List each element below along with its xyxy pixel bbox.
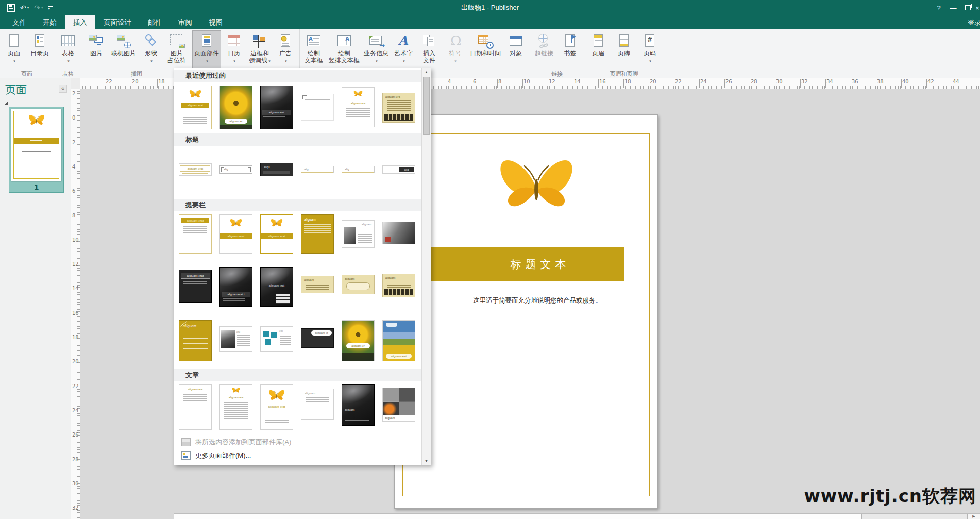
scroll-down-arrow[interactable]: ▼ [422,457,431,465]
gallery-thumbnail[interactable]: aliguam [301,389,334,420]
gallery-thumbnail[interactable]: aliguam erat [260,267,293,307]
ruler-number: 22 [106,79,112,85]
dropdown-arrow-icon: ▾ [285,59,287,63]
gallery-thumbnail[interactable]: esi [219,326,252,352]
gallery-thumbnail[interactable]: aliguam [342,384,375,426]
shapes-icon [142,32,160,49]
gallery-thumbnail[interactable]: aliguam er [219,86,252,129]
catalog-pages-button[interactable]: 目录页 [27,30,53,70]
gallery-thumbnail[interactable]: alig [342,166,375,173]
gallery-thumbnail[interactable]: alig [301,166,334,173]
horizontal-scrollbar-thumb[interactable] [174,514,862,519]
gallery-thumbnail[interactable]: aliguam erat t [219,267,252,307]
advertisements-button[interactable]: 广告▾ [273,30,298,70]
gallery-thumbnail[interactable]: aliguam erat [179,270,212,303]
gallery-thumbnail[interactable]: aliguam er [342,320,375,361]
gallery-section-header: 最近使用过的 [174,70,431,82]
gallery-thumbnail[interactable]: aliqu [260,163,293,176]
header-button[interactable]: 页眉 [585,30,611,70]
gallery-thumbnail[interactable]: aliguam era [219,384,252,430]
insert-file-button[interactable]: 插入文件 [416,30,442,70]
gallery-thumbnail[interactable]: aliguam [382,388,415,422]
gallery-thumbnail[interactable]: aliguam [342,220,375,248]
draw-vertical-text-box-button[interactable]: A绘制竖排文本框 [327,30,362,70]
ribbon-group-label: 页面 [0,70,54,78]
restore-icon [965,5,971,10]
vertical-ruler[interactable]: 202468101214161820222426283032 [71,89,80,519]
tab-page-design[interactable]: 页面设计 [95,15,140,29]
gallery-thumbnail[interactable]: aliguam erat [179,214,212,254]
gallery-scrollbar[interactable]: ▲▼ [421,68,431,465]
gallery-thumbnail[interactable]: aliguam erat [179,163,212,176]
scroll-up-arrow[interactable]: ▲ [422,68,431,76]
online-picture-button[interactable]: 联机图片 [109,30,138,70]
gallery-thumbnail[interactable]: aliguam erat [219,214,252,254]
page-button[interactable]: 页面▾ [1,30,27,70]
gallery-thumbnail[interactable]: aliguam erat [260,384,293,430]
page-parts-button[interactable]: 页面部件▾ [192,30,221,70]
tab-mailings[interactable]: 邮件 [140,15,170,29]
sign-in-link[interactable]: 登录 [968,15,980,29]
gallery-thumbnail[interactable] [301,94,334,121]
gallery-thumbnail[interactable]: aliguam era [342,87,375,127]
page-number-button[interactable]: #页码▾ [637,30,663,70]
picture-button[interactable]: 图片 [83,30,109,70]
tab-insert[interactable]: 插入 [65,15,95,29]
tab-home[interactable]: 开始 [35,15,65,29]
collapse-pages-panel-button[interactable]: « [59,85,67,93]
shapes-button[interactable]: 形状▾ [138,30,164,70]
gallery-thumbnail[interactable]: aliguam erat [260,86,293,129]
draw-text-box-button[interactable]: A绘制文本框 [301,30,327,70]
gallery-thumbnail[interactable]: aliguam [301,214,334,254]
publication-page[interactable]: 标题文本 这里适于简要而充分地说明您的产品或服务。 [394,114,658,509]
gallery-thumbnail[interactable]: aliguam [382,274,415,297]
page-thumbnail-1[interactable]: 1 [9,107,64,193]
wordart-button[interactable]: A艺术字▾ [391,30,416,70]
thumbnail-caption: aliguam [342,277,374,281]
restore-button[interactable] [960,4,975,12]
dropdown-arrow-icon: ▾ [233,59,235,63]
tab-review[interactable]: 审阅 [170,15,200,29]
butterfly-icon [232,387,240,393]
gallery-thumbnail[interactable]: alig [219,165,252,174]
table-button[interactable]: 表格▾ [55,30,81,70]
tab-view[interactable]: 视图 [200,15,231,29]
body-text[interactable]: 这里适于简要而充分地说明您的产品或服务。 [395,296,657,305]
butterfly-image[interactable] [498,151,575,213]
thumbnail-caption: aliguam erat [261,283,293,288]
picture-placeholder-button[interactable]: 图片占位符 [164,30,190,70]
horizontal-scrollbar[interactable]: ▶ [174,513,980,519]
page-section-triangle-icon[interactable] [4,101,8,105]
more-page-parts-item[interactable]: 更多页面部件(M)... [174,449,422,462]
gallery-thumbnail[interactable]: aliguam era [179,384,212,430]
calendar-button[interactable]: 日历▾ [221,30,247,70]
gallery-thumbnail[interactable]: aliguam era [382,93,415,123]
object-button[interactable]: 对象 [503,30,529,70]
thumbnail-caption: aliguam era [383,95,415,99]
gallery-thumbnail[interactable]: aliguam erat [260,214,293,254]
gallery-scrollbar-thumb[interactable] [423,77,430,135]
business-info-button[interactable]: →业务信息▾ [362,30,391,70]
gallery-thumbnail[interactable] [382,222,415,244]
close-button[interactable]: × [975,4,980,12]
picture-icon [88,32,105,49]
gallery-row: aliguam eraaliguam eraaliguam erataligua… [174,384,431,430]
gallery-thumbnail[interactable]: aliguam [301,276,334,293]
gallery-thumbnail[interactable]: aliguam erat [382,320,415,361]
gallery-thumbnail[interactable]: aliguam [342,275,375,294]
footer-button[interactable]: 页脚 [611,30,637,70]
date-time-button[interactable]: 日期和时间 [468,30,503,70]
tab-file[interactable]: 文件 [4,15,35,29]
gallery-thumbnail[interactable]: aliq [382,165,415,174]
gallery-thumbnail[interactable]: aliguam [179,320,212,361]
gallery-thumbnail[interactable]: esi [260,326,293,352]
thumbnail-caption: esi [236,330,251,334]
bookmark-button[interactable]: 书签 [557,30,583,70]
help-button[interactable]: ? [932,4,946,12]
title-band-text[interactable]: 标题文本 [436,247,645,281]
minimize-button[interactable]: — [946,4,960,12]
scroll-right-arrow[interactable]: ▶ [967,514,980,519]
gallery-thumbnail[interactable]: aliguam erat [179,86,212,129]
gallery-thumbnail[interactable]: aliguam er [301,328,334,348]
borders-accents-button[interactable]: 边框和强调线▾ [247,30,273,70]
